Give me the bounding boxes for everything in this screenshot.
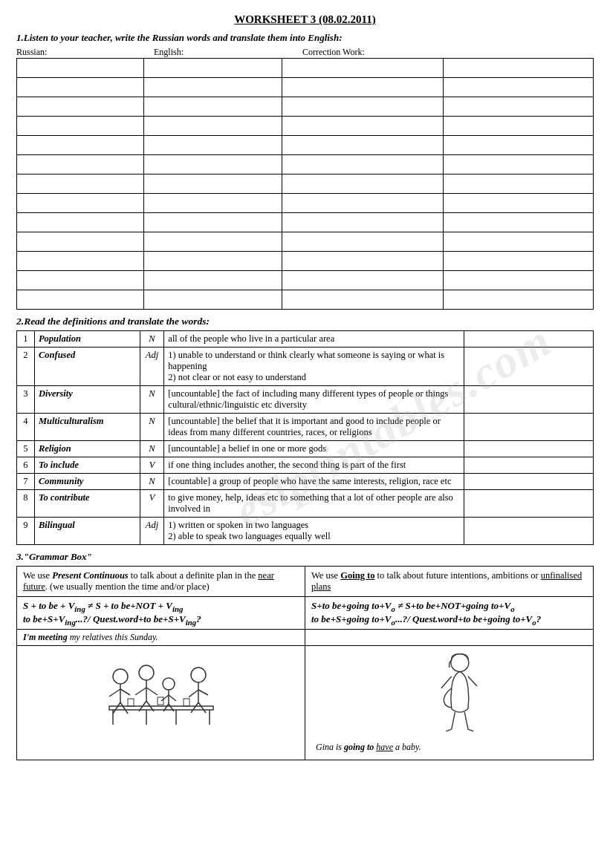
section1-cell-r10-c0[interactable] xyxy=(17,252,144,271)
word-trans-3[interactable] xyxy=(464,414,593,441)
section1-cell-r6-c0[interactable] xyxy=(17,174,144,194)
section1-cell-r4-c0[interactable] xyxy=(17,136,144,155)
word-trans-8[interactable] xyxy=(464,518,593,545)
grammar-right-text2: to talk about future intentions, ambitio… xyxy=(374,570,540,581)
section1-cell-r7-c0[interactable] xyxy=(17,194,144,213)
word-num-0: 1 xyxy=(17,331,35,347)
section1-cell-r3-c2[interactable] xyxy=(282,117,443,136)
section1-cell-r2-c2[interactable] xyxy=(282,97,443,117)
word-num-4: 5 xyxy=(17,441,35,457)
section1-cell-r9-c2[interactable] xyxy=(282,232,443,252)
grammar-right-intro: We use Going to to talk about future int… xyxy=(305,567,594,597)
word-pos-6: N xyxy=(140,474,164,490)
word-def-7: to give money, help, ideas etc to someth… xyxy=(164,490,464,518)
svg-line-37 xyxy=(446,729,451,731)
section1-cell-r10-c3[interactable] xyxy=(444,252,594,271)
section1-cell-r2-c1[interactable] xyxy=(143,97,282,117)
section1-cell-r8-c1[interactable] xyxy=(143,213,282,232)
grammar-example-row: I'm meeting my relatives this Sunday. xyxy=(17,630,594,646)
svg-point-32 xyxy=(450,654,468,672)
grammar-box: We use Present Continuous to talk about … xyxy=(16,566,594,760)
word-def-6: [countable] a group of people who have t… xyxy=(164,474,464,490)
word-num-8: 9 xyxy=(17,518,35,545)
section1-cell-r4-c3[interactable] xyxy=(444,136,594,155)
grammar-left-bold1: Present Continuous xyxy=(52,570,128,581)
section1-cell-r1-c3[interactable] xyxy=(444,78,594,97)
formula-left-line2: to be+S+Ving...?/ Quest.word+to be+S+Vin… xyxy=(23,613,299,627)
word-term-8: Bilingual xyxy=(34,518,140,545)
section1-cell-r2-c0[interactable] xyxy=(17,97,144,117)
section1-cell-r10-c1[interactable] xyxy=(143,252,282,271)
word-trans-7[interactable] xyxy=(464,490,593,518)
section1-cell-r11-c1[interactable] xyxy=(143,271,282,290)
section1-cell-r6-c2[interactable] xyxy=(282,174,443,194)
word-num-6: 7 xyxy=(17,474,35,490)
col-headers: Russian: English: Correction Work: xyxy=(16,47,594,58)
section1-cell-r6-c1[interactable] xyxy=(143,174,282,194)
section1-cell-r5-c3[interactable] xyxy=(444,155,594,174)
section1-cell-r12-c0[interactable] xyxy=(17,290,144,310)
pregnant-woman-svg xyxy=(405,650,494,740)
word-term-2: Diversity xyxy=(34,386,140,414)
section1-cell-r11-c2[interactable] xyxy=(282,271,443,290)
svg-rect-30 xyxy=(158,697,163,705)
section1-cell-r1-c0[interactable] xyxy=(17,78,144,97)
section1-cell-r7-c2[interactable] xyxy=(282,194,443,213)
section2-row-8: 9BilingualAdj1) written or spoken in two… xyxy=(17,518,594,545)
grammar-formula-left: S + to be + Ving ≠ S + to be+NOT + Ving … xyxy=(17,597,305,630)
word-def-2: [uncountable] the fact of including many… xyxy=(164,386,464,414)
section1-cell-r4-c2[interactable] xyxy=(282,136,443,155)
section1-cell-r3-c1[interactable] xyxy=(143,117,282,136)
word-pos-3: N xyxy=(140,414,164,441)
word-def-0: all of the people who live in a particul… xyxy=(164,331,464,347)
section2-row-0: 1PopulationNall of the people who live i… xyxy=(17,331,594,347)
grammar-left-text3: . (we usually mention the time and/or pl… xyxy=(45,581,210,592)
section3-heading: 3."Grammar Box" xyxy=(16,551,594,563)
section1-cell-r12-c1[interactable] xyxy=(143,290,282,310)
section1-cell-r7-c1[interactable] xyxy=(143,194,282,213)
caption-going-to: going to xyxy=(344,742,374,752)
svg-line-10 xyxy=(120,702,128,714)
section1-cell-r7-c3[interactable] xyxy=(444,194,594,213)
section1-cell-r2-c3[interactable] xyxy=(444,97,594,117)
section1-cell-r8-c0[interactable] xyxy=(17,213,144,232)
section1-cell-r6-c3[interactable] xyxy=(444,174,594,194)
section1-cell-r9-c1[interactable] xyxy=(143,232,282,252)
section1-cell-r9-c0[interactable] xyxy=(17,232,144,252)
word-trans-4[interactable] xyxy=(464,441,593,457)
section1-cell-r0-c2[interactable] xyxy=(282,59,443,78)
word-trans-5[interactable] xyxy=(464,457,593,474)
section1-cell-r11-c0[interactable] xyxy=(17,271,144,290)
word-term-1: Confused xyxy=(34,347,140,386)
grammar-caption-right: Gina is going to have a baby. xyxy=(310,740,588,755)
word-trans-1[interactable] xyxy=(464,347,593,386)
section1-cell-r8-c2[interactable] xyxy=(282,213,443,232)
svg-line-38 xyxy=(467,729,473,731)
section1-cell-r1-c1[interactable] xyxy=(143,78,282,97)
section1-cell-r11-c3[interactable] xyxy=(444,271,594,290)
word-trans-0[interactable] xyxy=(464,331,593,347)
example-left-im: I'm meeting xyxy=(23,632,68,642)
word-term-3: Multiculturalism xyxy=(34,414,140,441)
section1-cell-r0-c1[interactable] xyxy=(143,59,282,78)
section1-cell-r5-c2[interactable] xyxy=(282,155,443,174)
section1-cell-r4-c1[interactable] xyxy=(143,136,282,155)
section1-cell-r5-c0[interactable] xyxy=(17,155,144,174)
section1-cell-r1-c2[interactable] xyxy=(282,78,443,97)
section1-cell-r5-c1[interactable] xyxy=(143,155,282,174)
section1-cell-r9-c3[interactable] xyxy=(444,232,594,252)
word-trans-6[interactable] xyxy=(464,474,593,490)
caption-have: have xyxy=(376,742,393,752)
word-pos-5: V xyxy=(140,457,164,474)
grammar-image-right: Gina is going to have a baby. xyxy=(305,646,594,760)
section1-cell-r12-c3[interactable] xyxy=(444,290,594,310)
section1-cell-r3-c3[interactable] xyxy=(444,117,594,136)
section1-cell-r12-c2[interactable] xyxy=(282,290,443,310)
svg-line-8 xyxy=(120,689,130,695)
section1-cell-r0-c0[interactable] xyxy=(17,59,144,78)
section1-cell-r3-c0[interactable] xyxy=(17,117,144,136)
section1-cell-r8-c3[interactable] xyxy=(444,213,594,232)
word-trans-2[interactable] xyxy=(464,386,593,414)
section1-cell-r10-c2[interactable] xyxy=(282,252,443,271)
section1-cell-r0-c3[interactable] xyxy=(444,59,594,78)
